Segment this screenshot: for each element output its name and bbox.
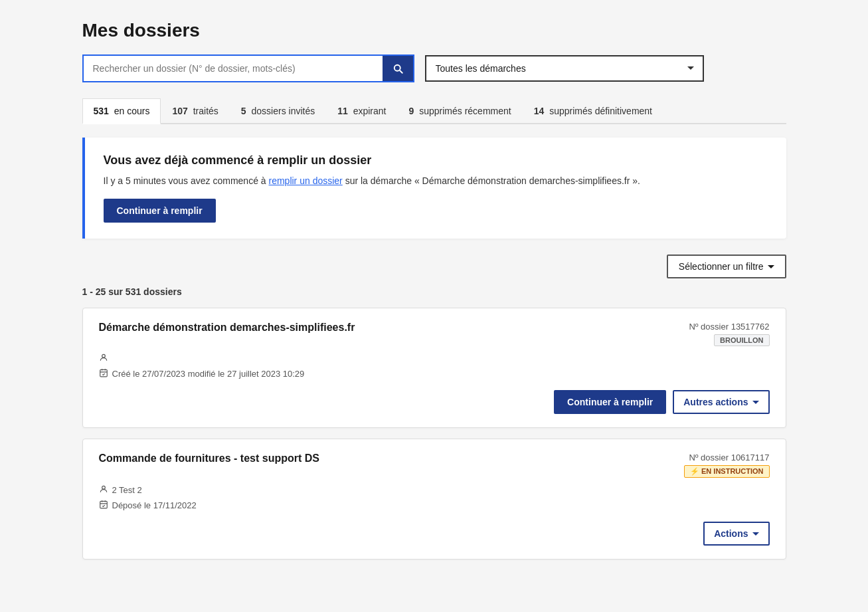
search-wrapper: [82, 54, 414, 82]
tab-en-cours-label: en cours: [114, 106, 150, 116]
user-icon-1: [99, 353, 108, 364]
actions-label-2: Actions: [714, 528, 748, 539]
tab-supprimes-definitivement[interactable]: 14 supprimés définitivement: [523, 98, 663, 123]
dossier-numero-1: 13517762: [731, 322, 770, 332]
dossier-meta-2: 2 Test 2: [99, 484, 770, 496]
dossier-numero-label-1: Nº dossier: [689, 322, 729, 332]
dossier-card-2-header: Commande de fournitures - test support D…: [99, 453, 770, 478]
date-icon-1: [99, 368, 108, 379]
dossier-date-2: Déposé le 17/11/2022: [99, 500, 770, 511]
tab-traites[interactable]: 107 traités: [161, 98, 229, 123]
svg-rect-3: [100, 501, 107, 508]
search-input[interactable]: [84, 56, 383, 80]
dossier-number-1: Nº dossier 13517762: [689, 322, 769, 332]
tab-en-cours[interactable]: 531 en cours: [82, 98, 161, 124]
notification-body: Il y a 5 minutes vous avez commencé à re…: [104, 174, 768, 188]
chevron-down-icon-1: [752, 401, 759, 404]
tabs: 531 en cours 107 traités 5 dossiers invi…: [82, 98, 786, 124]
user-icon-2: [99, 484, 108, 496]
tab-invites-count: 5: [241, 106, 246, 116]
dossier-card-1-header: Démarche démonstration demarches-simplif…: [99, 322, 770, 346]
dossier-date-text-2: Déposé le 17/11/2022: [112, 500, 197, 510]
dossier-badge-2: ⚡ EN INSTRUCTION: [684, 465, 770, 478]
tab-supprimes-recemment[interactable]: 9 supprimés récemment: [398, 98, 523, 123]
dossier-meta-1: [99, 353, 770, 364]
tab-traites-count: 107: [172, 106, 187, 116]
search-row: Toutes les démarches: [82, 54, 786, 82]
svg-point-0: [102, 354, 105, 357]
tab-supprimes-recemment-label: supprimés récemment: [419, 106, 511, 116]
dossier-other-actions-button-1[interactable]: Autres actions: [673, 390, 769, 414]
chevron-down-icon-2: [752, 532, 759, 536]
tab-invites[interactable]: 5 dossiers invités: [230, 98, 326, 123]
tab-expirant-label: expirant: [353, 106, 387, 116]
dossier-card-1: Démarche démonstration demarches-simplif…: [82, 308, 786, 428]
dossier-card-2: Commande de fournitures - test support D…: [82, 439, 786, 560]
svg-rect-1: [100, 369, 107, 377]
notification-box: Vous avez déjà commencé à remplir un dos…: [82, 138, 786, 239]
dossier-numero-2: 10617117: [731, 453, 770, 462]
notification-continue-button[interactable]: Continuer à remplir: [104, 199, 216, 223]
tab-supprimes-definitivement-count: 14: [534, 106, 545, 116]
date-icon-2: [99, 500, 108, 511]
page-title: Mes dossiers: [82, 20, 786, 41]
dossier-date-text-1: Créé le 27/07/2023 modifié le 27 juillet…: [112, 369, 305, 379]
dossier-title-2: Commande de fournitures - test support D…: [99, 453, 319, 464]
dossier-number-2: Nº dossier 10617117: [684, 453, 770, 462]
dossier-date-1: Créé le 27/07/2023 modifié le 27 juillet…: [99, 368, 770, 379]
tab-traites-label: traités: [193, 106, 218, 116]
chevron-down-icon: [768, 265, 774, 268]
tab-invites-label: dossiers invités: [252, 106, 315, 116]
filter-row: Sélectionner un filtre: [82, 255, 786, 278]
dossier-badge-1: BROUILLON: [714, 334, 769, 346]
dossier-actions-2: Actions: [99, 522, 770, 546]
dossier-user-text-2: 2 Test 2: [112, 485, 142, 495]
dossier-numero-label-2: Nº dossier: [689, 453, 729, 462]
tab-expirant[interactable]: 11 expirant: [326, 98, 397, 123]
tab-supprimes-definitivement-label: supprimés définitivement: [549, 106, 652, 116]
notification-link[interactable]: remplir un dossier: [269, 175, 343, 186]
filter-button-label: Sélectionner un filtre: [679, 261, 764, 272]
filter-button[interactable]: Sélectionner un filtre: [667, 255, 786, 278]
dossier-number-wrapper-1: Nº dossier 13517762 BROUILLON: [689, 322, 769, 346]
dossier-number-wrapper-2: Nº dossier 10617117 ⚡ EN INSTRUCTION: [684, 453, 770, 478]
lightning-icon: ⚡: [690, 467, 699, 475]
tab-supprimes-recemment-count: 9: [409, 106, 414, 116]
search-icon: [392, 62, 404, 74]
search-button[interactable]: [383, 56, 413, 81]
results-count: 1 - 25 sur 531 dossiers: [82, 286, 786, 297]
other-actions-label-1: Autres actions: [683, 397, 748, 407]
notification-title: Vous avez déjà commencé à remplir un dos…: [104, 153, 768, 167]
tab-expirant-count: 11: [337, 106, 348, 116]
demarches-select[interactable]: Toutes les démarches: [425, 55, 704, 82]
dossier-title-1: Démarche démonstration demarches-simplif…: [99, 322, 355, 334]
dossier-actions-1: Continuer à remplir Autres actions: [99, 390, 770, 414]
dossier-actions-button-2[interactable]: Actions: [703, 522, 769, 546]
svg-point-2: [102, 486, 105, 489]
tab-en-cours-count: 531: [94, 106, 109, 116]
dossier-continue-button-1[interactable]: Continuer à remplir: [554, 390, 666, 414]
